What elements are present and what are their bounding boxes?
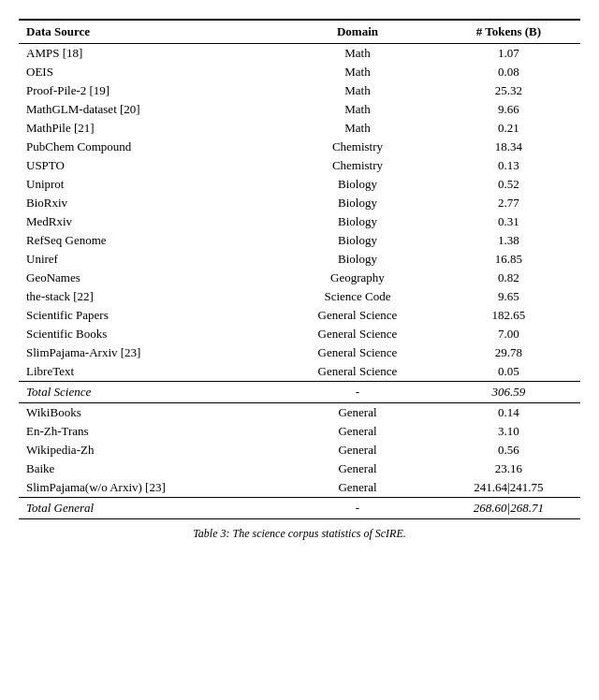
domain-cell: General Science <box>278 343 437 362</box>
table-row: GeoNames Geography 0.82 <box>19 269 580 287</box>
source-cell: OEIS <box>19 63 278 81</box>
col-header-domain: Domain <box>278 20 437 44</box>
table-row: Scientific Books General Science 7.00 <box>19 325 580 343</box>
domain-cell: General Science <box>278 362 437 382</box>
tokens-cell: 0.56 <box>437 441 580 459</box>
source-cell: Uniref <box>19 250 278 269</box>
tokens-cell: 0.31 <box>437 212 580 231</box>
source-cell: RefSeq Genome <box>19 231 278 250</box>
source-cell: PubChem Compound <box>19 138 278 156</box>
source-cell: Baike <box>19 459 278 478</box>
total-science-domain: - <box>278 382 437 403</box>
source-cell: MathGLM-dataset [20] <box>19 100 278 119</box>
total-general-tokens: 268.60|268.71 <box>437 498 580 519</box>
tokens-cell: 2.77 <box>437 194 580 212</box>
data-table: Data Source Domain # Tokens (B) AMPS [18… <box>19 19 580 519</box>
tokens-cell: 0.21 <box>437 119 580 138</box>
tokens-cell: 25.32 <box>437 81 580 100</box>
source-cell: SlimPajama(w/o Arxiv) [23] <box>19 478 278 498</box>
table-row: RefSeq Genome Biology 1.38 <box>19 231 580 250</box>
source-cell: Scientific Books <box>19 325 278 343</box>
table-row: AMPS [18] Math 1.07 <box>19 44 580 64</box>
tokens-cell: 182.65 <box>437 306 580 325</box>
tokens-cell: 23.16 <box>437 459 580 478</box>
source-cell: AMPS [18] <box>19 44 278 64</box>
total-general-label: Total General <box>19 498 278 519</box>
domain-cell: Science Code <box>278 287 437 306</box>
table-caption: Table 3: The science corpus statistics o… <box>19 527 580 541</box>
table-row: Uniref Biology 16.85 <box>19 250 580 269</box>
source-cell: GeoNames <box>19 269 278 287</box>
col-header-tokens: # Tokens (B) <box>437 20 580 44</box>
domain-cell: Biology <box>278 194 437 212</box>
source-cell: Wikipedia-Zh <box>19 441 278 459</box>
source-cell: MathPile [21] <box>19 119 278 138</box>
tokens-cell: 9.66 <box>437 100 580 119</box>
table-row: WikiBooks General 0.14 <box>19 403 580 423</box>
domain-cell: Chemistry <box>278 156 437 175</box>
source-cell: MedRxiv <box>19 212 278 231</box>
domain-cell: Geography <box>278 269 437 287</box>
table-row: USPTO Chemistry 0.13 <box>19 156 580 175</box>
tokens-cell: 241.64|241.75 <box>437 478 580 498</box>
table-row: BioRxiv Biology 2.77 <box>19 194 580 212</box>
domain-cell: General <box>278 478 437 498</box>
source-cell: En-Zh-Trans <box>19 422 278 441</box>
source-cell: WikiBooks <box>19 403 278 423</box>
domain-cell: Biology <box>278 212 437 231</box>
tokens-cell: 0.14 <box>437 403 580 423</box>
table-row: the-stack [22] Science Code 9.65 <box>19 287 580 306</box>
domain-cell: Biology <box>278 175 437 194</box>
tokens-cell: 29.78 <box>437 343 580 362</box>
domain-cell: General <box>278 441 437 459</box>
col-header-source: Data Source <box>19 20 278 44</box>
table-row: Proof-Pile-2 [19] Math 25.32 <box>19 81 580 100</box>
total-science-row: Total Science - 306.59 <box>19 382 580 403</box>
domain-cell: Math <box>278 100 437 119</box>
source-cell: Uniprot <box>19 175 278 194</box>
tokens-cell: 0.05 <box>437 362 580 382</box>
table-row: SlimPajama(w/o Arxiv) [23] General 241.6… <box>19 478 580 498</box>
source-cell: the-stack [22] <box>19 287 278 306</box>
domain-cell: Math <box>278 81 437 100</box>
table-row: Uniprot Biology 0.52 <box>19 175 580 194</box>
source-cell: USPTO <box>19 156 278 175</box>
table-row: SlimPajama-Arxiv [23] General Science 29… <box>19 343 580 362</box>
table-row: Wikipedia-Zh General 0.56 <box>19 441 580 459</box>
tokens-cell: 3.10 <box>437 422 580 441</box>
total-science-label: Total Science <box>19 382 278 403</box>
table-row: Baike General 23.16 <box>19 459 580 478</box>
tokens-cell: 0.82 <box>437 269 580 287</box>
tokens-cell: 1.38 <box>437 231 580 250</box>
domain-cell: General <box>278 403 437 423</box>
total-general-row: Total General - 268.60|268.71 <box>19 498 580 519</box>
domain-cell: General <box>278 422 437 441</box>
domain-cell: Math <box>278 119 437 138</box>
domain-cell: Biology <box>278 231 437 250</box>
table-row: Scientific Papers General Science 182.65 <box>19 306 580 325</box>
tokens-cell: 1.07 <box>437 44 580 64</box>
source-cell: Proof-Pile-2 [19] <box>19 81 278 100</box>
table-row: OEIS Math 0.08 <box>19 63 580 81</box>
table-row: LibreText General Science 0.05 <box>19 362 580 382</box>
domain-cell: Math <box>278 63 437 81</box>
source-cell: LibreText <box>19 362 278 382</box>
tokens-cell: 0.13 <box>437 156 580 175</box>
domain-cell: General Science <box>278 306 437 325</box>
tokens-cell: 0.08 <box>437 63 580 81</box>
tokens-cell: 16.85 <box>437 250 580 269</box>
domain-cell: General <box>278 459 437 478</box>
table-row: En-Zh-Trans General 3.10 <box>19 422 580 441</box>
tokens-cell: 0.52 <box>437 175 580 194</box>
source-cell: BioRxiv <box>19 194 278 212</box>
table-row: MathGLM-dataset [20] Math 9.66 <box>19 100 580 119</box>
domain-cell: Chemistry <box>278 138 437 156</box>
total-general-domain: - <box>278 498 437 519</box>
domain-cell: Biology <box>278 250 437 269</box>
source-cell: SlimPajama-Arxiv [23] <box>19 343 278 362</box>
domain-cell: Math <box>278 44 437 64</box>
domain-cell: General Science <box>278 325 437 343</box>
table-row: PubChem Compound Chemistry 18.34 <box>19 138 580 156</box>
total-science-tokens: 306.59 <box>437 382 580 403</box>
tokens-cell: 18.34 <box>437 138 580 156</box>
